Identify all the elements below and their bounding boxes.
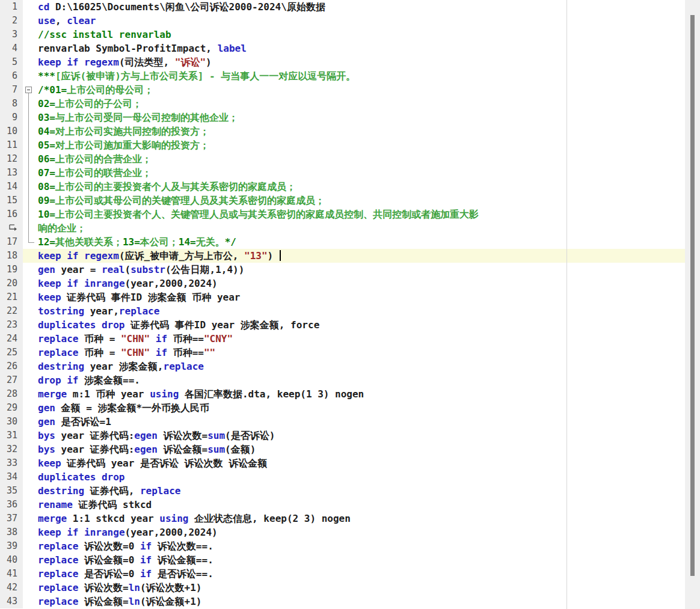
code-text[interactable]: 09=上市公司或其母公司的关键管理人员及其关系密切的家庭成员；: [36, 194, 685, 207]
code-line[interactable]: 26destring year 涉案金额,replace: [0, 360, 685, 373]
code-line[interactable]: 31bys year 证券代码:egen 诉讼次数=sum(是否诉讼): [0, 429, 685, 442]
code-line[interactable]: 802=上市公司的子公司；: [0, 97, 685, 111]
code-text[interactable]: 响的企业；: [36, 221, 685, 235]
code-line[interactable]: 1307=上市公司的联营企业；: [0, 166, 685, 180]
code-line[interactable]: 27drop if 涉案金额==.: [0, 373, 685, 387]
code-line[interactable]: 7/*01=上市公司的母公司；: [0, 83, 685, 97]
code-line[interactable]: 3//ssc install renvarlab: [0, 28, 685, 41]
code-line[interactable]: 22tostring year,replace: [0, 304, 685, 318]
code-area[interactable]: 1cd D:\16025\Documents\闲鱼\公司诉讼2000-2024\…: [0, 0, 685, 608]
code-text[interactable]: merge 1:1 stkcd year using 企业状态信息, keep(…: [36, 512, 685, 525]
code-text[interactable]: keep 证券代码 year 是否诉讼 诉讼次数 诉讼金额: [36, 456, 685, 470]
code-line[interactable]: 4renvarlab Symbol-ProfitImpact, label: [0, 41, 685, 55]
code-text[interactable]: use, clear: [36, 14, 685, 28]
code-line-current[interactable]: 18keep if regexm(应诉_被申请_方与上市公, "13"): [0, 249, 685, 263]
code-text[interactable]: replace 诉讼金额=ln(诉讼金额+1): [36, 595, 685, 608]
code-text[interactable]: replace 是否诉讼=0 if 是否诉讼==.: [36, 567, 685, 581]
code-text[interactable]: replace 诉讼金额=0 if 诉讼金额==.: [36, 553, 685, 567]
code-text[interactable]: replace 诉讼次数=0 if 诉讼次数==.: [36, 539, 685, 553]
code-text[interactable]: gen 是否诉讼=1: [36, 415, 685, 429]
code-text[interactable]: replace 币种 = "CHN" if 币种=="CNY": [36, 332, 685, 346]
code-text[interactable]: bys year 证券代码:egen 诉讼金额=sum(金额): [36, 442, 685, 456]
code-text[interactable]: renvarlab Symbol-ProfitImpact, label: [36, 41, 685, 55]
code-line[interactable]: 38keep if inrange(year,2000,2024): [0, 525, 685, 539]
code-text[interactable]: duplicates drop 证券代码 事件ID year 涉案金额, for…: [36, 318, 685, 332]
token-str: "13": [244, 250, 268, 262]
code-line[interactable]: 30gen 是否诉讼=1: [0, 415, 685, 429]
code-line[interactable]: 36rename 证券代码 stkcd: [0, 498, 685, 512]
code-text[interactable]: 08=上市公司的主要投资者个人及与其关系密切的家庭成员；: [36, 180, 685, 194]
code-line[interactable]: 1610=上市公司主要投资者个人、关键管理人员或与其关系密切的家庭成员控制、共同…: [0, 207, 685, 221]
code-line[interactable]: 28merge m:1 币种 year using 各国汇率数据.dta, ke…: [0, 387, 685, 401]
code-text[interactable]: duplicates drop: [36, 470, 685, 484]
fold-collapse-box-icon[interactable]: [25, 87, 32, 93]
code-text[interactable]: destring year 涉案金额,replace: [36, 360, 685, 373]
code-text[interactable]: 10=上市公司主要投资者个人、关键管理人员或与其关系密切的家庭成员控制、共同控制…: [36, 207, 685, 221]
code-line[interactable]: 32bys year 证券代码:egen 诉讼金额=sum(金额): [0, 442, 685, 456]
code-line[interactable]: 41replace 是否诉讼=0 if 是否诉讼==.: [0, 567, 685, 581]
code-line[interactable]: 25replace 币种 = "CHN" if 币种=="": [0, 346, 685, 360]
code-line[interactable]: 1105=对上市公司施加重大影响的投资方；: [0, 138, 685, 152]
code-text[interactable]: tostring year,replace: [36, 304, 685, 318]
code-line[interactable]: 35destring 证券代码, replace: [0, 484, 685, 498]
code-text[interactable]: keep if inrange(year,2000,2024): [36, 277, 685, 290]
code-line[interactable]: 37merge 1:1 stkcd year using 企业状态信息, kee…: [0, 512, 685, 525]
code-line[interactable]: 29gen 金额 = 涉案金额*一外币换人民币: [0, 401, 685, 415]
code-line[interactable]: 5keep if regexm(司法类型, "诉讼"): [0, 55, 685, 69]
code-text[interactable]: 02=上市公司的子公司；: [36, 97, 685, 111]
code-line[interactable]: 6***[应诉(被申请)方与上市公司关系] - 与当事人一一对应以逗号隔开。: [0, 69, 685, 83]
code-text[interactable]: 06=上市公司的合营企业；: [36, 152, 685, 166]
code-text[interactable]: cd D:\16025\Documents\闲鱼\公司诉讼2000-2024\原…: [36, 0, 685, 14]
code-text[interactable]: merge m:1 币种 year using 各国汇率数据.dta, keep…: [36, 387, 685, 401]
code-text[interactable]: keep if regexm(应诉_被申请_方与上市公, "13"): [36, 249, 685, 263]
code-text[interactable]: keep 证券代码 事件ID 涉案金额 币种 year: [36, 290, 685, 304]
token-id: 诉讼次数==.: [152, 540, 213, 552]
code-text[interactable]: bys year 证券代码:egen 诉讼次数=sum(是否诉讼): [36, 429, 685, 442]
code-line[interactable]: 1206=上市公司的合营企业；: [0, 152, 685, 166]
code-line[interactable]: 1cd D:\16025\Documents\闲鱼\公司诉讼2000-2024\…: [0, 0, 685, 14]
code-text[interactable]: destring 证券代码, replace: [36, 484, 685, 498]
code-text[interactable]: 03=与上市公司受同一母公司控制的其他企业；: [36, 111, 685, 124]
code-line[interactable]: 23duplicates drop 证券代码 事件ID year 涉案金额, f…: [0, 318, 685, 332]
code-text[interactable]: gen 金额 = 涉案金额*一外币换人民币: [36, 401, 685, 415]
code-line[interactable]: 20keep if inrange(year,2000,2024): [0, 277, 685, 290]
token-id: 诉讼金额=: [158, 444, 207, 455]
fold-margin[interactable]: [23, 83, 36, 97]
vertical-scrollbar[interactable]: [685, 0, 700, 609]
code-line[interactable]: 34duplicates drop: [0, 470, 685, 484]
line-number: 36: [0, 498, 23, 512]
token-kw: replace: [38, 347, 78, 358]
code-line[interactable]: 39replace 诉讼次数=0 if 诉讼次数==.: [0, 539, 685, 553]
code-line[interactable]: 33keep 证券代码 year 是否诉讼 诉讼次数 诉讼金额: [0, 456, 685, 470]
code-line[interactable]: 1712=其他关联关系；13=本公司；14=无关。*/: [0, 235, 685, 249]
code-text[interactable]: replace 诉讼次数=ln(诉讼次数+1): [36, 581, 685, 595]
code-line[interactable]: 24replace 币种 = "CHN" if 币种=="CNY": [0, 332, 685, 346]
code-text[interactable]: keep if regexm(司法类型, "诉讼"): [36, 55, 685, 69]
code-line[interactable]: 2use, clear: [0, 14, 685, 28]
code-text[interactable]: gen year = real(substr(公告日期,1,4)): [36, 263, 685, 277]
code-text[interactable]: drop if 涉案金额==.: [36, 373, 685, 387]
code-text[interactable]: replace 币种 = "CHN" if 币种=="": [36, 346, 685, 360]
code-line[interactable]: 40replace 诉讼金额=0 if 诉讼金额==.: [0, 553, 685, 567]
code-text[interactable]: //ssc install renvarlab: [36, 28, 685, 41]
code-text[interactable]: 07=上市公司的联营企业；: [36, 166, 685, 180]
code-line[interactable]: 1509=上市公司或其母公司的关键管理人员及其关系密切的家庭成员；: [0, 194, 685, 207]
code-line[interactable]: 21keep 证券代码 事件ID 涉案金额 币种 year: [0, 290, 685, 304]
code-text[interactable]: 04=对上市公司实施共同控制的投资方；: [36, 124, 685, 138]
code-text[interactable]: rename 证券代码 stkcd: [36, 498, 685, 512]
code-text[interactable]: 12=其他关联关系；13=本公司；14=无关。*/: [36, 235, 685, 249]
code-text[interactable]: ***[应诉(被申请)方与上市公司关系] - 与当事人一一对应以逗号隔开。: [36, 69, 685, 83]
code-line[interactable]: 19gen year = real(substr(公告日期,1,4)): [0, 263, 685, 277]
code-line[interactable]: 903=与上市公司受同一母公司控制的其他企业；: [0, 111, 685, 124]
code-line[interactable]: 响的企业；: [0, 221, 685, 235]
code-line[interactable]: 1408=上市公司的主要投资者个人及与其关系密切的家庭成员；: [0, 180, 685, 194]
scrollbar-thumb[interactable]: [690, 15, 695, 576]
code-text[interactable]: /*01=上市公司的母公司；: [36, 83, 685, 97]
code-text[interactable]: 05=对上市公司施加重大影响的投资方；: [36, 138, 685, 152]
code-line[interactable]: 1004=对上市公司实施共同控制的投资方；: [0, 124, 685, 138]
code-line[interactable]: 43replace 诉讼金额=ln(诉讼金额+1): [0, 595, 685, 608]
code-line[interactable]: 42replace 诉讼次数=ln(诉讼次数+1): [0, 581, 685, 595]
token-kw: if: [67, 278, 78, 289]
code-text[interactable]: keep if inrange(year,2000,2024): [36, 525, 685, 539]
token-id: 币种==: [167, 347, 204, 358]
